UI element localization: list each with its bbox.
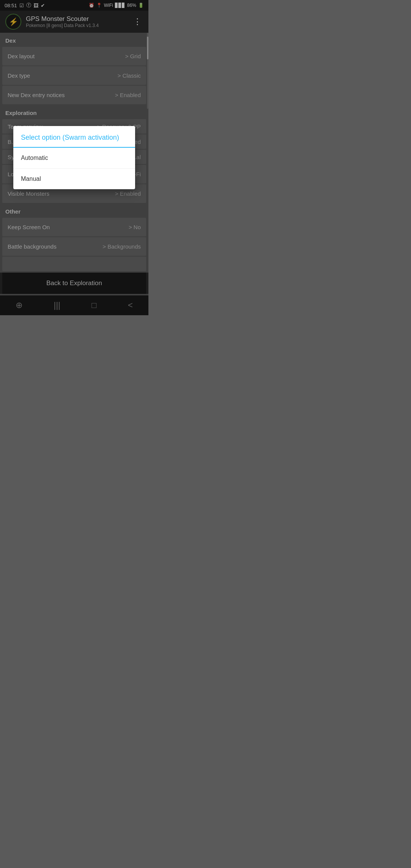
dialog-overlay[interactable]: Select option (Swarm activation) Automat… — [0, 0, 148, 315]
dialog-option-manual[interactable]: Manual — [13, 169, 135, 189]
dialog-option-automatic[interactable]: Automatic — [13, 148, 135, 169]
dialog-title: Select option (Swarm activation) — [13, 126, 135, 148]
select-option-dialog: Select option (Swarm activation) Automat… — [13, 126, 135, 189]
